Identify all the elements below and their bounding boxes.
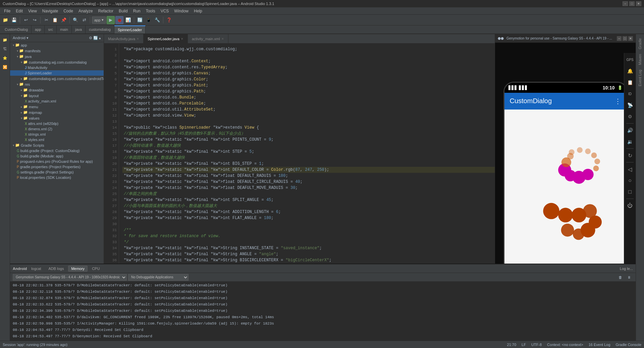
menu-item-file[interactable]: File (1, 8, 13, 14)
paste-btn[interactable]: 📌 (60, 16, 68, 24)
event-log-btn[interactable]: 16 Event Log (589, 343, 610, 347)
tree-item-manifests[interactable]: ▾📁manifests (10, 48, 104, 54)
tree-item-java[interactable]: ▾📁java (10, 54, 104, 59)
avd-btn[interactable]: 📱 (145, 16, 153, 24)
replace-btn[interactable]: ⇄ (80, 16, 88, 24)
code-line-12[interactable]: "kw">import android.view.View; (122, 113, 495, 119)
tree-item-app[interactable]: ▾📁app (10, 42, 104, 48)
emulator-minimize[interactable]: – (617, 36, 622, 41)
breadcrumb-tab-customdialog[interactable]: CustomDialog (1, 25, 32, 33)
logcat-tab[interactable]: logcat (28, 266, 44, 272)
maximize-btn[interactable]: □ (629, 1, 635, 6)
code-line-1[interactable]: "kw">package customdialog.wjj.com.custom… (122, 46, 495, 52)
pause-log-btn[interactable]: ⏸ (625, 273, 633, 281)
run-config-dropdown[interactable]: app ▾ (92, 16, 106, 24)
eventlog-label[interactable]: Event Log (637, 68, 643, 88)
open-btn[interactable]: 📁 (1, 16, 9, 24)
code-line-24[interactable]: "kw">private "kw">static "kw">final "kw"… (122, 185, 495, 191)
menu-item-vcs[interactable]: VCS (158, 8, 172, 14)
code-line-30[interactable] (122, 221, 495, 227)
redo-btn[interactable]: ↪ (31, 16, 39, 24)
back-btn[interactable]: ◁ (625, 164, 635, 174)
breadcrumb-tab-java[interactable]: java (72, 25, 86, 33)
breadcrumb-tab-main[interactable]: main (57, 25, 72, 33)
log-content[interactable]: 08-18 22:02:31.378 535-579/? D/MobileDat… (10, 282, 636, 341)
tree-item-local-properties--sdk-location-[interactable]: Plocal.properties (SDK Location) (10, 175, 104, 180)
code-line-18[interactable]: "kw">private "kw">static "kw">final "kw"… (122, 149, 495, 155)
code-line-23[interactable]: "kw">private "kw">static "kw">final "kw"… (122, 179, 495, 185)
help-btn[interactable]: ❓ (165, 16, 173, 24)
encoding[interactable]: UTF-8 (531, 343, 542, 347)
maven-label[interactable]: Maven (637, 53, 643, 66)
cut-btn[interactable]: ✂ (42, 16, 50, 24)
id-icon[interactable]: ID (625, 89, 635, 98)
breadcrumb-tab-spinnerloader[interactable]: SpinnerLoader (114, 25, 146, 33)
vol-up-icon[interactable]: 🔊 (625, 126, 635, 135)
code-line-5[interactable]: "kw">import android.graphics.Canvas; (122, 70, 495, 76)
emulator-close[interactable]: ✕ (628, 36, 633, 41)
code-line-22[interactable]: "kw">private "kw">static "kw">final "kw"… (122, 173, 495, 179)
tree-item-customdialog-wjj-com-customdialog[interactable]: ▾📁customdialog.wjj.com.customdialog (10, 59, 104, 65)
tree-collapse-icon[interactable]: ▴ (99, 36, 101, 40)
menu-item-build[interactable]: Build (116, 8, 130, 14)
close-btn[interactable]: ✕ (636, 1, 641, 6)
tree-item-gradle-properties--project-properties-[interactable]: Pgradle.properties (Project Properties) (10, 164, 104, 169)
tree-item-attrs-xml--w820dp-[interactable]: Xattrs.xml (w820dp) (10, 121, 104, 126)
save-btn[interactable]: 💾 (10, 16, 18, 24)
profile-btn[interactable]: 📊 (124, 16, 132, 24)
clear-log-btn[interactable]: 🗑 (616, 273, 624, 281)
code-line-14[interactable]: "kw">public "kw">class SpinnerLoader "kw… (122, 125, 495, 131)
code-line-13[interactable] (122, 119, 495, 125)
gradle-label[interactable]: Gradle (637, 37, 643, 51)
debug-btn[interactable]: 🐞 (115, 16, 123, 24)
breadcrumb-tab-customdialog[interactable]: customdialog (86, 25, 114, 33)
code-line-11[interactable]: "kw">import android.util.AttributeSet; (122, 107, 495, 113)
tree-item-strings-xml[interactable]: Xstrings.xml (10, 132, 104, 137)
code-line-34[interactable]: "kw">private "kw">static "kw">final "kw"… (122, 245, 495, 251)
device-select[interactable]: Genymotion Samsung Galaxy S5 - 4.4.4 - A… (13, 274, 127, 281)
code-line-35[interactable]: "kw">private "kw">static "kw">final "kw"… (122, 251, 495, 257)
menu-item-window[interactable]: Window (171, 8, 191, 14)
code-line-20[interactable]: "kw">private "kw">static "kw">final "kw"… (122, 161, 495, 167)
code-line-32[interactable]: * for save and restore instance of view. (122, 233, 495, 239)
code-line-31[interactable]: /** (122, 227, 495, 233)
debug-select[interactable]: No Debuggable Applications (128, 274, 189, 281)
code-line-26[interactable]: "kw">private "kw">static "kw">final "kw"… (122, 197, 495, 203)
tree-item-spinnerloader[interactable]: JSpinnerLoader (10, 70, 104, 76)
breadcrumb-tab-app[interactable]: app (32, 25, 45, 33)
code-line-2[interactable] (122, 52, 495, 58)
find-btn[interactable]: 🔍 (71, 16, 79, 24)
notification-icon[interactable]: 🔔 (625, 66, 635, 76)
code-line-27[interactable]: //小圆与单圆圆弧射射的圆的大小，数值越大圆越大 (122, 203, 495, 209)
project-icon[interactable]: 📁 (1, 36, 9, 44)
emulator-maximize[interactable]: □ (623, 36, 627, 41)
code-line-29[interactable]: "kw">private "kw">static "kw">final "kw"… (122, 215, 495, 221)
sdk-btn[interactable]: 🔧 (153, 16, 161, 24)
menu-item-view[interactable]: View (25, 8, 40, 14)
code-line-28[interactable]: "kw">private "kw">static "kw">final "kw"… (122, 209, 495, 215)
adb-tab[interactable]: ADB logs (46, 266, 67, 272)
tree-item-mipmap[interactable]: ▸📁mipmap (10, 110, 104, 115)
menu-item-run[interactable]: Run (130, 8, 143, 14)
undo-btn[interactable]: ↩ (22, 16, 30, 24)
vol-down-icon[interactable]: 🔉 (625, 137, 635, 146)
tab-close-icon[interactable]: ✕ (137, 37, 139, 41)
tree-item-mainactivity[interactable]: JMainActivity (10, 65, 104, 70)
menu-item-refactor[interactable]: Refactor (96, 8, 116, 14)
structure-icon[interactable]: 🏗 (1, 45, 9, 53)
tree-item-menu[interactable]: ▸📁menu (10, 104, 104, 110)
code-line-36[interactable]: "kw">private "kw">static "kw">final "kw"… (122, 257, 495, 263)
tree-item-values[interactable]: ▾📁values (10, 115, 104, 121)
rss-icon[interactable]: 📡 (625, 100, 635, 110)
minimize-btn[interactable]: – (623, 1, 628, 6)
menu-item-analyze[interactable]: Analyze (76, 8, 96, 14)
menu-item-edit[interactable]: Edit (13, 8, 25, 14)
code-line-19[interactable]: //单圆固转动速度，数值越大越快 (122, 155, 495, 161)
menu-item-code[interactable]: Code (61, 8, 76, 14)
run-btn[interactable]: ▶ (107, 16, 115, 24)
editor-tab-mainactivity-java[interactable]: MainActivity.java✕ (104, 34, 144, 43)
gradle-console-btn[interactable]: Gradle Console (616, 343, 641, 347)
line-sep-lf[interactable]: LF (522, 343, 526, 347)
code-line-15[interactable]: //旋转的点的数量，默认为9（45度的倍数9不显示，9以下会少点） (122, 131, 495, 137)
android-dropdown[interactable]: Android ▾ (13, 36, 29, 40)
